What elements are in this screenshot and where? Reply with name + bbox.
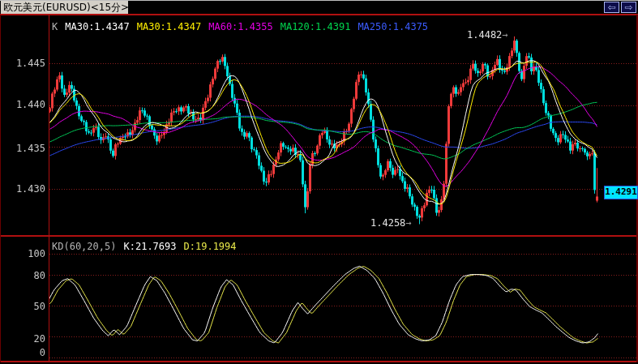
- kd-params-label: KD(60,20,5): [52, 241, 116, 252]
- price-axis-line: [49, 15, 49, 362]
- high-annotation: 1.4482→: [467, 29, 508, 41]
- main-chart-canvas[interactable]: [0, 0, 638, 364]
- price-tick-1435: 1.435: [3, 143, 45, 154]
- ma60-value: MA60:1.4355: [208, 21, 272, 32]
- kd-legend: KD(60,20,5)K:21.7693D:19.1994: [52, 241, 244, 252]
- left-border: [0, 15, 1, 362]
- price-tick-1445: 1.445: [3, 58, 45, 69]
- panel-divider: [0, 235, 638, 237]
- ma-legend: KMA30:1.4347MA30:1.4347MA60:1.4355MA120:…: [52, 21, 435, 32]
- kd-tick-100: 100: [3, 248, 45, 259]
- kd-tick-20: 20: [3, 333, 45, 345]
- kd-d-value: D:19.1994: [184, 241, 237, 252]
- ma30-yellow-value: MA30:1.4347: [137, 21, 201, 32]
- high-annotation-value: 1.4482: [467, 29, 502, 41]
- low-annotation: 1.4258→: [370, 217, 412, 229]
- bottom-border: [0, 361, 638, 362]
- kd-tick-50: 50: [3, 301, 45, 312]
- titlebar-divider: [0, 14, 638, 15]
- kd-k-value: K:21.7693: [123, 241, 176, 252]
- left-arrow-icon: ⇦: [607, 2, 615, 13]
- last-price-badge: 1.4291: [604, 186, 638, 199]
- kd-tick-0: 0: [3, 347, 45, 358]
- back-button[interactable]: ⇦: [604, 2, 619, 13]
- price-tick-1440: 1.440: [3, 99, 45, 110]
- ma250-value: MA250:1.4375: [358, 21, 428, 32]
- right-arrow-icon: →: [502, 29, 507, 41]
- ma30-white-value: MA30:1.4347: [65, 21, 129, 32]
- right-arrow-icon: →: [405, 217, 411, 229]
- nav-button-group: ⇦ ⇨: [604, 2, 636, 13]
- right-arrow-icon: ⇨: [624, 2, 632, 13]
- kd-tick-80: 80: [3, 270, 45, 281]
- chart-window: 欧元美元(EURUSD)<15分> ⇦ ⇨ KMA30:1.4347MA30:1…: [0, 0, 638, 364]
- window-title: 欧元美元(EURUSD)<15分>: [1, 1, 128, 14]
- forward-button[interactable]: ⇨: [621, 2, 636, 13]
- chart-type-label: K: [52, 21, 58, 32]
- ma120-value: MA120:1.4391: [280, 21, 351, 32]
- low-annotation-value: 1.4258: [370, 217, 405, 229]
- price-tick-1430: 1.430: [3, 183, 45, 195]
